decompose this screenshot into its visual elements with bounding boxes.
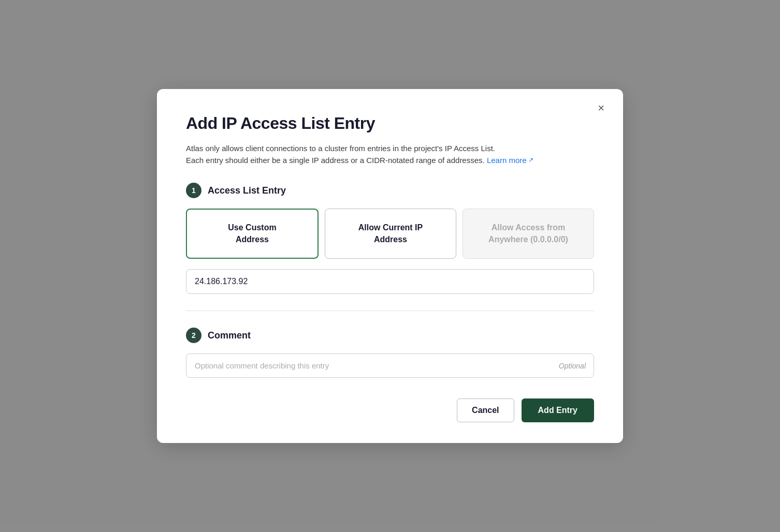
- external-link-icon: ↗: [528, 155, 533, 165]
- add-entry-button[interactable]: Add Entry: [522, 398, 594, 422]
- allow-access-anywhere-button[interactable]: Allow Access from Anywhere (0.0.0.0/0): [463, 209, 594, 259]
- use-custom-address-button[interactable]: Use Custom Address: [186, 209, 319, 259]
- comment-field-wrapper: Optional: [186, 353, 594, 378]
- allow-current-ip-button[interactable]: Allow Current IP Address: [325, 209, 456, 259]
- section2-title: Comment: [208, 330, 251, 341]
- section2-header: 2 Comment: [186, 328, 594, 343]
- step2-badge: 2: [186, 328, 201, 343]
- section1-header: 1 Access List Entry: [186, 183, 594, 198]
- modal-overlay: × Add IP Access List Entry Atlas only al…: [0, 0, 780, 532]
- modal-footer: Cancel Add Entry: [186, 398, 594, 422]
- allow-access-anywhere-label: Allow Access from Anywhere (0.0.0.0/0): [488, 223, 568, 243]
- option-buttons-group: Use Custom Address Allow Current IP Addr…: [186, 209, 594, 259]
- ip-address-input[interactable]: [186, 269, 594, 294]
- section-divider: [186, 311, 594, 311]
- modal-title: Add IP Access List Entry: [186, 114, 594, 133]
- section-access-list-entry: 1 Access List Entry Use Custom Address A…: [186, 183, 594, 294]
- cancel-button[interactable]: Cancel: [457, 398, 514, 422]
- step1-badge: 1: [186, 183, 201, 198]
- close-button[interactable]: ×: [594, 100, 609, 116]
- modal-description: Atlas only allows client connections to …: [186, 142, 594, 167]
- use-custom-address-label: Use Custom Address: [228, 223, 276, 243]
- learn-more-link[interactable]: Learn more ↗: [487, 154, 533, 166]
- section-comment: 2 Comment Optional: [186, 328, 594, 378]
- comment-input[interactable]: [186, 353, 594, 378]
- modal-dialog: × Add IP Access List Entry Atlas only al…: [157, 89, 623, 443]
- section1-title: Access List Entry: [208, 185, 286, 196]
- allow-current-ip-label: Allow Current IP Address: [358, 223, 423, 243]
